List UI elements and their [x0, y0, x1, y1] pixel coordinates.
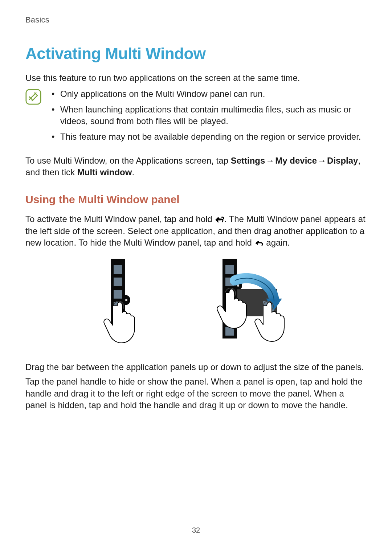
enable-instructions: To use Multi Window, on the Applications…	[25, 155, 367, 178]
figure-row	[25, 259, 367, 352]
svg-rect-0	[26, 90, 41, 104]
svg-point-9	[125, 299, 127, 301]
svg-rect-5	[114, 278, 122, 286]
intro-text: Use this feature to run two applications…	[25, 72, 367, 84]
note-block: Only applications on the Multi Window pa…	[25, 88, 367, 146]
page-number: 32	[0, 525, 392, 535]
svg-marker-2	[255, 241, 257, 245]
note-icon	[25, 89, 41, 105]
svg-rect-12	[225, 265, 234, 274]
mydevice-label: My device	[275, 156, 317, 165]
back-key-icon	[215, 217, 224, 223]
arrow-icon: →	[317, 155, 327, 167]
running-header: Basics	[25, 15, 367, 25]
multiwindow-label: Multi window	[77, 167, 132, 177]
note-item: When launching applications that contain…	[50, 104, 367, 127]
figure-select-app	[89, 259, 162, 352]
section-subhead: Using the Multi Window panel	[25, 192, 367, 207]
text: To use Multi Window, on the Applications…	[25, 156, 231, 165]
note-list: Only applications on the Multi Window pa…	[50, 88, 367, 146]
drag-bar-text: Drag the bar between the application pan…	[25, 361, 367, 373]
settings-label: Settings	[231, 156, 265, 165]
activate-instructions: To activate the Multi Window panel, tap …	[25, 213, 367, 249]
note-item: This feature may not be available depend…	[50, 131, 367, 143]
back-key-icon	[254, 240, 264, 247]
page-title: Activating Multi Window	[25, 43, 367, 64]
svg-rect-4	[114, 265, 122, 274]
display-label: Display	[327, 156, 358, 165]
panel-handle-text: Tap the panel handle to hide or show the…	[25, 376, 367, 411]
text: To activate the Multi Window panel, tap …	[25, 214, 215, 224]
figure-drag-app	[201, 259, 303, 352]
text: again.	[264, 238, 290, 247]
note-item: Only applications on the Multi Window pa…	[50, 88, 367, 100]
svg-rect-6	[114, 290, 122, 299]
text: .	[132, 167, 134, 177]
arrow-icon: →	[265, 155, 275, 167]
